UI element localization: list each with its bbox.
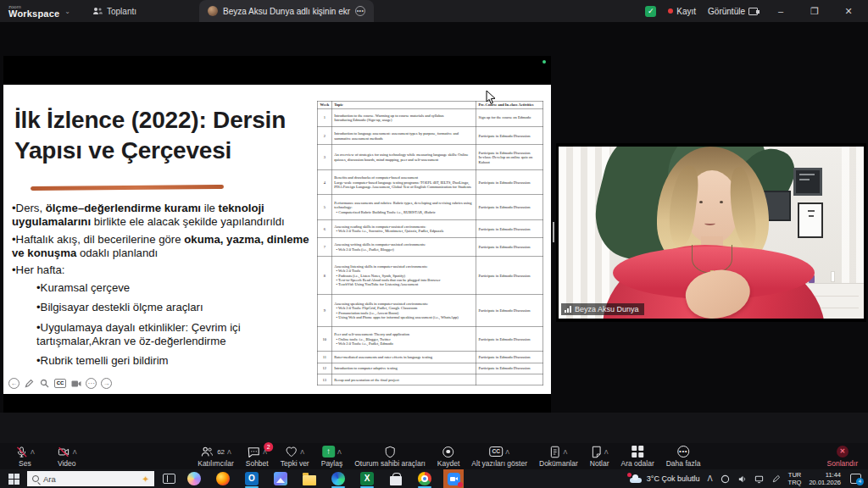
notes-chevron[interactable]: ᐱ <box>604 449 609 455</box>
language-indicator[interactable]: TURTRQ <box>788 471 802 487</box>
copilot-icon <box>187 472 201 485</box>
captions-chevron[interactable]: ᐱ <box>505 449 509 455</box>
table-row: 2Introduction to language assessment: as… <box>317 127 543 145</box>
pen-tool-icon[interactable] <box>24 378 35 389</box>
bullet-item: •Bilgisayar destekli ölçme araçları <box>36 301 322 314</box>
start-button[interactable] <box>8 474 19 485</box>
table-row: 6Assessing reading skills in computer-as… <box>317 219 543 237</box>
weather-widget[interactable]: 3°C Çok bulutlu <box>629 474 700 483</box>
participant-nametag: Beyza Aksu Dunya <box>561 303 644 315</box>
mute-button[interactable]: ᐱ Ses <box>15 446 35 468</box>
search-icon <box>32 475 39 482</box>
next-slide-button[interactable]: → <box>101 378 112 389</box>
participants-chevron[interactable]: ᐱ <box>227 449 231 455</box>
participant-video-tile[interactable]: Beyza Aksu Dunya <box>556 143 866 322</box>
app-store[interactable] <box>386 469 406 488</box>
bullet-item: •Uygulamaya dayalı etkinlikler: Çevrim i… <box>36 321 322 349</box>
app-firefox[interactable] <box>213 469 233 488</box>
taskbar-apps: O X <box>184 469 464 488</box>
table-cell: 10 <box>317 326 331 351</box>
share-chevron[interactable]: ᐱ <box>337 449 342 455</box>
table-cell: Assessing listening skills in computer-a… <box>331 256 476 295</box>
table-row: 8Assessing listening skills in computer-… <box>317 256 543 295</box>
view-button[interactable]: Görüntüle <box>708 7 758 16</box>
tray-expand-chevron[interactable]: ᐱ <box>707 474 712 483</box>
end-meeting-button[interactable]: ✕ Sonlandır <box>827 446 858 468</box>
chat-button[interactable]: 2 ᐱ Sohbet <box>246 446 269 468</box>
table-row: 11Rater-mediated assessments and rater e… <box>317 352 543 363</box>
view-label: Görüntüle <box>708 7 745 16</box>
document-icon <box>550 446 561 458</box>
tab-screen-share[interactable]: Beyza Aksu Dunya adlı kişinin ekr ••• <box>199 0 374 22</box>
title-underline-swoosh <box>31 185 224 191</box>
record-dot-icon <box>668 8 673 14</box>
weather-cloud-icon <box>629 474 643 483</box>
clock[interactable]: 11:4420.01.2026 <box>809 471 841 487</box>
documents-button[interactable]: ᐱ Dokümanlar <box>539 446 578 468</box>
captions-icon[interactable]: CC <box>54 379 66 388</box>
reactions-button[interactable]: ᐱ Tepki ver <box>281 446 309 468</box>
pen-tray-icon[interactable] <box>771 474 781 484</box>
app-photos[interactable] <box>270 469 291 488</box>
app-excel[interactable]: X <box>357 469 377 488</box>
share-screen-button[interactable]: ↑ ᐱ Paylaş <box>321 446 343 468</box>
recording-indicator[interactable]: Kayıt <box>668 7 696 16</box>
display-icon[interactable] <box>754 474 764 484</box>
speaker-icon[interactable] <box>737 474 747 484</box>
breakout-rooms-button[interactable]: Ara odalar <box>621 446 654 468</box>
title-bar: zoom Workspace ⌄ Toplantı Beyza Aksu Dun… <box>0 0 868 22</box>
table-row: 12Introduction to computer adaptive test… <box>317 363 543 374</box>
person-mouth <box>704 221 715 225</box>
desk-bottle <box>831 271 835 282</box>
notification-count-badge: 4 <box>856 478 864 485</box>
table-row: 3An overview of strategies for using tec… <box>317 145 543 169</box>
table-cell: 3 <box>317 145 331 169</box>
more-options-button[interactable]: ⋯ <box>86 378 97 389</box>
notification-center-button[interactable]: 4 <box>850 474 861 484</box>
app-file-explorer[interactable] <box>299 469 320 488</box>
weather-alert-badge <box>627 473 632 477</box>
table-header-cell: Week <box>317 101 331 108</box>
tab-options-icon[interactable]: ••• <box>355 6 365 16</box>
table-cell: Participate in Edmodo Discussion <box>476 219 543 237</box>
audio-options-chevron[interactable]: ᐱ <box>31 449 35 455</box>
end-meeting-icon: ✕ <box>837 446 849 458</box>
taskbar-search[interactable]: Ara ✦ <box>27 471 154 486</box>
minimize-button[interactable]: – <box>770 6 792 16</box>
app-zoom[interactable] <box>443 469 464 488</box>
workspace-chevron-icon[interactable]: ⌄ <box>64 8 70 15</box>
reactions-chevron[interactable]: ᐱ <box>300 449 304 455</box>
documents-chevron[interactable]: ᐱ <box>564 449 568 455</box>
table-cell: 7 <box>317 238 331 256</box>
maximize-button[interactable]: ❐ <box>804 6 826 17</box>
tab-meeting[interactable]: Toplantı <box>92 7 136 16</box>
task-view-button[interactable] <box>163 474 175 484</box>
more-button[interactable]: ••• Daha fazla <box>666 446 701 468</box>
record-button[interactable]: Kaydet <box>437 446 459 468</box>
bullet-item: •Rubrik temelli geri bildirim <box>36 354 322 368</box>
magnifier-icon[interactable] <box>39 378 50 389</box>
notes-button[interactable]: ᐱ Notlar <box>590 446 609 468</box>
table-cell: Participate in Edmodo Discussion <box>476 127 543 145</box>
previous-slide-button[interactable]: ← <box>8 378 19 389</box>
tray-app-icon[interactable] <box>721 474 730 484</box>
table-cell: Peer and self-assessment: Theory and app… <box>331 326 476 351</box>
security-shield-icon[interactable]: ✓ <box>645 6 656 17</box>
close-button[interactable]: ✕ <box>837 6 860 17</box>
app-copilot[interactable] <box>184 469 204 488</box>
video-button[interactable]: ᐱ Video <box>57 446 77 468</box>
video-options-chevron[interactable]: ᐱ <box>73 449 77 455</box>
notes-icon <box>591 446 602 458</box>
app-edge[interactable] <box>328 469 348 488</box>
table-row: 5Performance assessments and rubrics: Ru… <box>317 195 543 219</box>
host-tools-button[interactable]: Oturum sahibi araçları <box>354 446 426 468</box>
app-chrome[interactable] <box>415 469 435 488</box>
app-outlook[interactable]: O <box>242 469 262 488</box>
table-cell: Participate in Edmodo Discussion <box>476 169 543 194</box>
participants-button[interactable]: 62 ᐱ Katılımcılar <box>198 446 234 468</box>
table-cell: 8 <box>317 256 331 295</box>
more-icon: ••• <box>677 446 689 458</box>
captions-button[interactable]: CC ᐱ Alt yazıları göster <box>471 446 527 468</box>
camera-icon[interactable] <box>70 378 81 389</box>
avatar <box>208 6 218 16</box>
